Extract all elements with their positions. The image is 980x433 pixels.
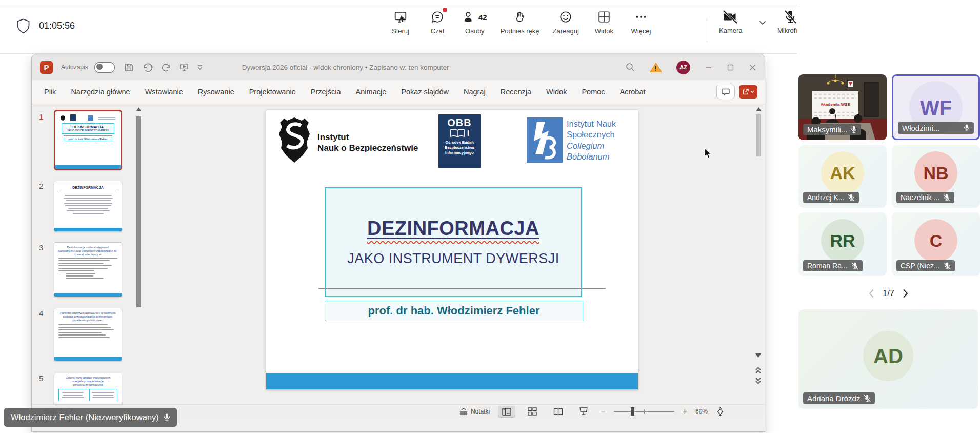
participant-name-label: Andrzej K... bbox=[803, 192, 859, 203]
people-button[interactable]: 42 Osoby bbox=[463, 9, 487, 35]
participant-name: Maksymili... bbox=[807, 125, 847, 134]
participant-name: Adriana Dróżdż bbox=[807, 394, 860, 403]
ins-logo-square bbox=[527, 117, 563, 163]
mini-slide5-title: Główne nurty działań wspierających specj… bbox=[59, 376, 116, 387]
slide-thumbnail-2[interactable]: DEZINFORMACJA bbox=[54, 181, 122, 232]
adobe-share-button[interactable] bbox=[739, 85, 757, 99]
tab-narzedzia-glowne[interactable]: Narzędzia główne bbox=[71, 88, 130, 96]
slide-sorter-view-button[interactable] bbox=[524, 406, 541, 418]
slideshow-view-button[interactable] bbox=[575, 406, 592, 418]
chat-button[interactable]: Czat bbox=[426, 9, 449, 35]
scroll-up-arrow[interactable] bbox=[756, 107, 762, 111]
undo-icon[interactable] bbox=[142, 63, 154, 72]
camera-button[interactable]: Kamera bbox=[719, 9, 743, 34]
view-button[interactable]: Widok bbox=[592, 9, 616, 35]
normal-view-button[interactable] bbox=[498, 406, 515, 418]
tab-nagraj[interactable]: Nagraj bbox=[464, 88, 486, 96]
warning-icon[interactable] bbox=[650, 62, 662, 73]
tab-projektowanie[interactable]: Projektowanie bbox=[249, 88, 296, 96]
page-next-button[interactable] bbox=[903, 289, 908, 298]
mini-slide1-author: prof. dr hab. Włodzimierz Fehler bbox=[64, 137, 112, 141]
more-label: Więcej bbox=[631, 27, 651, 35]
page-indicator: 1/7 bbox=[883, 288, 895, 299]
participant-tile-nb[interactable]: NB Naczelnik ... bbox=[892, 145, 980, 208]
zoom-level[interactable]: 60% bbox=[695, 408, 708, 415]
redo-icon[interactable] bbox=[162, 63, 171, 72]
titlebar-right: AZ bbox=[625, 61, 756, 74]
mic-off-icon bbox=[851, 262, 858, 270]
camera-off-icon bbox=[722, 9, 739, 25]
participant-tile-csp[interactable]: C CSP (Niez... bbox=[892, 212, 980, 276]
fit-slide-button[interactable] bbox=[716, 407, 725, 416]
microphone-off-icon bbox=[783, 9, 798, 25]
zoom-in-button[interactable]: + bbox=[683, 407, 687, 416]
scroll-down-arrow[interactable] bbox=[755, 353, 761, 358]
previous-slide-button[interactable] bbox=[755, 367, 761, 374]
maximize-button[interactable] bbox=[727, 64, 734, 71]
speaker-mic-icon bbox=[164, 413, 170, 422]
slide-thumbnail-1[interactable]: DEZINFORMACJA JAKO INSTRUMENT DYWERSJI p… bbox=[54, 110, 122, 170]
notes-button[interactable]: Notatki bbox=[459, 408, 490, 415]
zoom-slider-thumb[interactable] bbox=[631, 407, 634, 416]
camera-options-chevron[interactable] bbox=[759, 21, 766, 25]
zoom-out-button[interactable]: − bbox=[601, 407, 605, 416]
slide-thumbnail-4[interactable]: Państwo odgrywa kluczową rolę w tworzeni… bbox=[54, 308, 122, 361]
mini-slide4-title: Państwo odgrywa kluczową rolę w tworzeni… bbox=[58, 311, 117, 322]
tab-recenzja[interactable]: Recenzja bbox=[501, 88, 531, 96]
tab-widok[interactable]: Widok bbox=[546, 88, 567, 96]
customize-qat-chevron[interactable] bbox=[197, 64, 203, 70]
tab-przejscia[interactable]: Przejścia bbox=[311, 88, 341, 96]
thumbnail-scrollbar[interactable] bbox=[136, 105, 142, 417]
view-label: Widok bbox=[595, 27, 613, 35]
raise-hand-label: Podnieś rękę bbox=[501, 27, 539, 35]
react-button[interactable]: Zareaguj bbox=[553, 9, 579, 35]
ins-line1: Instytut Nauk bbox=[567, 119, 616, 129]
tab-pokaz-slajdow[interactable]: Pokaz slajdów bbox=[401, 88, 449, 96]
account-avatar[interactable]: AZ bbox=[676, 61, 690, 74]
autosave-toggle[interactable] bbox=[94, 62, 115, 73]
active-speaker-caption: Włodzimierz Fehler (Niezweryfikowany) bbox=[4, 408, 177, 427]
save-icon[interactable] bbox=[124, 63, 134, 72]
participant-tile-wf[interactable]: WF Włodzimi... bbox=[892, 74, 980, 140]
participant-name: CSP (Niez... bbox=[901, 262, 940, 270]
participant-tile-ad[interactable]: AD Adriana Dróżdż bbox=[798, 309, 978, 409]
control-button[interactable]: Steruj bbox=[389, 9, 412, 35]
scrollbar-thumb[interactable] bbox=[136, 116, 141, 307]
close-button[interactable] bbox=[749, 64, 756, 71]
tab-animacje[interactable]: Animacje bbox=[356, 88, 387, 96]
view-grid-icon bbox=[597, 9, 611, 25]
tab-pomoc[interactable]: Pomoc bbox=[582, 88, 605, 96]
participant-tile-video[interactable]: Akademia WSB Maksymili... bbox=[798, 74, 887, 140]
search-icon[interactable] bbox=[625, 62, 635, 72]
mini-slide2-title: DEZINFORMACJA bbox=[59, 186, 116, 191]
tab-rysowanie[interactable]: Rysowanie bbox=[198, 88, 234, 96]
minimize-button[interactable] bbox=[705, 64, 712, 71]
tab-wstawianie[interactable]: Wstawianie bbox=[145, 88, 183, 96]
comments-button[interactable] bbox=[716, 85, 735, 99]
zoom-slider[interactable] bbox=[614, 407, 674, 416]
participant-name: Roman Ra... bbox=[807, 262, 848, 270]
participant-tile-ak[interactable]: AK Andrzej K... bbox=[798, 145, 887, 208]
scrollbar-thumb[interactable] bbox=[756, 114, 761, 156]
start-slideshow-icon[interactable] bbox=[179, 63, 189, 72]
tab-plik[interactable]: Plik bbox=[44, 88, 56, 96]
raise-hand-button[interactable]: Podnieś rękę bbox=[501, 9, 539, 35]
slide-thumbnail-3[interactable]: Dezinformacja może występować samodzieln… bbox=[54, 242, 122, 297]
next-slide-button[interactable] bbox=[755, 377, 761, 384]
slide-scrollbar[interactable] bbox=[755, 106, 762, 416]
avatar-ad: AD bbox=[863, 331, 913, 381]
reading-view-button[interactable] bbox=[549, 406, 567, 418]
control-label: Steruj bbox=[392, 27, 409, 35]
slide-accent-bar bbox=[266, 373, 638, 389]
slide-canvas[interactable]: Instytut Nauk o Bezpieczeństwie OBB I Oś… bbox=[266, 110, 638, 389]
tab-acrobat[interactable]: Acrobat bbox=[620, 88, 646, 96]
participant-name-label: Włodzimi... bbox=[898, 122, 974, 134]
page-previous-button[interactable] bbox=[869, 289, 874, 298]
participant-tile-rr[interactable]: RR Roman Ra... bbox=[798, 212, 887, 276]
ribbon-tabs: Plik Narzędzia główne Wstawianie Rysowan… bbox=[32, 80, 765, 104]
obbi-line2: Bezpieczeństwa bbox=[445, 145, 474, 150]
thumb-number-5: 5 bbox=[39, 374, 43, 383]
scroll-up-arrow[interactable] bbox=[136, 107, 141, 111]
more-button[interactable]: Więcej bbox=[629, 9, 653, 35]
powerpoint-app-icon: P bbox=[40, 61, 53, 74]
